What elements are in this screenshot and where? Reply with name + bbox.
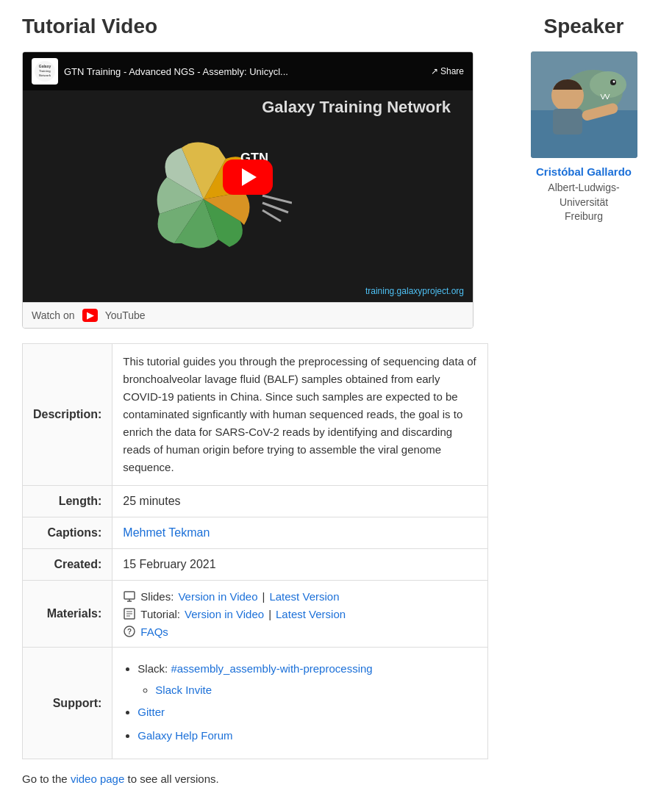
slides-line: Slides: Version in Video | Latest Versio… — [123, 589, 477, 603]
created-value: 15 February 2021 — [112, 549, 488, 581]
footer-prefix: Go to the — [22, 773, 68, 785]
info-table: Description: This tutorial guides you th… — [22, 343, 488, 759]
speaker-photo — [531, 51, 637, 158]
tutorial-line: Tutorial: Version in Video | Latest Vers… — [123, 607, 477, 620]
slides-sep: | — [262, 590, 265, 603]
footer-text: Go to the video page to see all versions… — [22, 773, 488, 785]
materials-row: Materials: Slides: Version in Video | — [23, 581, 488, 648]
support-galaxy-help-item: Galaxy Help Forum — [137, 725, 477, 747]
galaxy-help-link[interactable]: Galaxy Help Forum — [137, 729, 232, 742]
share-button[interactable]: ↗ Share — [431, 66, 464, 76]
video-page-link[interactable]: video page — [71, 773, 124, 785]
slack-invite-link[interactable]: Slack Invite — [155, 684, 212, 696]
footer-suffix-text: to see all versions. — [127, 773, 218, 785]
faqs-icon: ? — [123, 625, 136, 638]
slack-channel-link[interactable]: #assembly_assembly-with-preprocessing — [171, 662, 372, 675]
faqs-line: ? FAQs — [123, 625, 477, 638]
svg-text:?: ? — [127, 628, 132, 636]
svg-rect-10 — [124, 592, 135, 599]
video-top-bar: Galaxy Training Network GTN Training - A… — [23, 52, 473, 90]
materials-content: Slides: Version in Video | Latest Versio… — [112, 581, 488, 648]
description-label: Description: — [23, 344, 112, 486]
svg-line-7 — [262, 196, 292, 203]
watch-on-label: Watch on — [32, 309, 75, 321]
svg-point-22 — [590, 71, 626, 98]
training-url: training.galaxyproject.org — [365, 286, 464, 296]
youtube-bar: Watch on ▶ YouTube — [23, 302, 473, 328]
speaker-title: Speaker — [518, 15, 650, 38]
length-row: Length: 25 minutes — [23, 486, 488, 517]
support-slack-item: Slack: #assembly_assembly-with-preproces… — [137, 658, 477, 700]
slides-version-video-link[interactable]: Version in Video — [178, 590, 257, 603]
tutorial-icon — [123, 607, 136, 620]
video-top-title: GTN Training - Advanced NGS - Assembly: … — [64, 66, 425, 77]
support-content: Slack: #assembly_assembly-with-preproces… — [112, 648, 488, 759]
svg-line-9 — [262, 210, 281, 221]
slides-latest-version-link[interactable]: Latest Version — [269, 590, 339, 603]
svg-point-24 — [612, 81, 615, 83]
youtube-icon: ▶ — [82, 309, 98, 322]
captions-label: Captions: — [23, 517, 112, 549]
tutorial-title: Tutorial Video — [22, 15, 488, 38]
support-label: Support: — [23, 648, 112, 759]
svg-text:Galaxy: Galaxy — [39, 64, 51, 68]
support-row: Support: Slack: #assembly_assembly-with-… — [23, 648, 488, 759]
video-text-overlay: Galaxy Training Network — [262, 96, 451, 119]
youtube-label: YouTube — [105, 309, 146, 321]
speaker-avatar-svg — [531, 51, 637, 158]
svg-text:Training: Training — [39, 69, 51, 73]
speaker-name[interactable]: Cristóbal Gallardo — [518, 165, 650, 178]
slides-label: Slides: — [140, 590, 174, 603]
tutorial-label: Tutorial: — [140, 608, 180, 620]
svg-line-8 — [262, 203, 288, 212]
created-label: Created: — [23, 549, 112, 581]
slack-invite-item: Slack Invite — [155, 680, 477, 700]
play-button[interactable] — [223, 160, 273, 195]
svg-rect-26 — [553, 109, 582, 135]
galaxy-logo: Galaxy Training Network — [32, 58, 58, 85]
slack-label: Slack: — [137, 662, 168, 675]
description-row: Description: This tutorial guides you th… — [23, 344, 488, 486]
speaker-affiliation: Albert-Ludwigs- Universität Freiburg — [518, 181, 650, 224]
tutorial-version-video-link[interactable]: Version in Video — [185, 608, 264, 620]
slides-icon — [123, 589, 136, 603]
tutorial-latest-version-link[interactable]: Latest Version — [276, 608, 346, 620]
support-gitter-item: Gitter — [137, 701, 477, 723]
length-label: Length: — [23, 486, 112, 517]
description-text: This tutorial guides you through the pre… — [112, 344, 488, 486]
created-row: Created: 15 February 2021 — [23, 549, 488, 581]
faqs-link[interactable]: FAQs — [140, 626, 168, 638]
svg-text:Network: Network — [39, 74, 51, 77]
gitter-link[interactable]: Gitter — [137, 706, 165, 718]
slack-sub-list: Slack Invite — [137, 680, 477, 700]
video-thumbnail[interactable]: Galaxy Training Network GTN Training - A… — [23, 52, 473, 302]
gtn-logo-svg: GTN Video Tutorial — [145, 118, 292, 265]
speaker-sidebar: Speaker — [518, 15, 650, 224]
video-container: Galaxy Training Network GTN Training - A… — [22, 51, 473, 329]
tutorial-sep: | — [268, 608, 271, 620]
support-list: Slack: #assembly_assembly-with-preproces… — [123, 658, 477, 747]
captions-link[interactable]: Mehmet Tekman — [123, 526, 210, 539]
length-value: 25 minutes — [112, 486, 488, 517]
materials-label: Materials: — [23, 581, 112, 648]
captions-row: Captions: Mehmet Tekman — [23, 517, 488, 549]
captions-value: Mehmet Tekman — [112, 517, 488, 549]
